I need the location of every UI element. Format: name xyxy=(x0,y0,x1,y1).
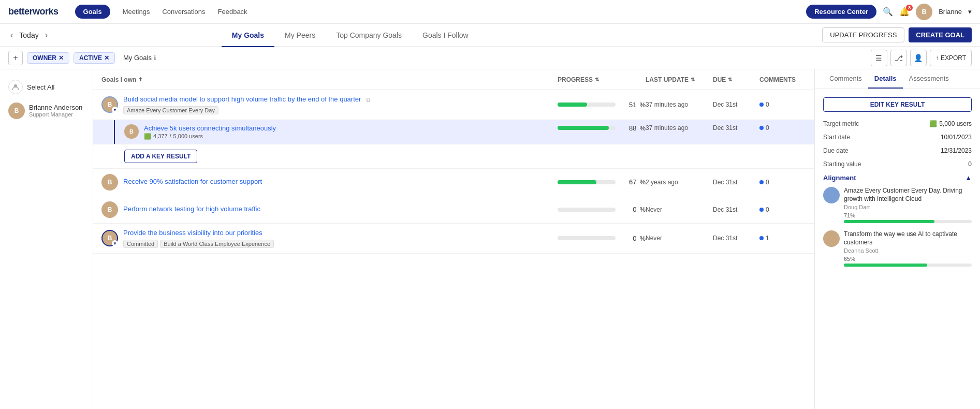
goal-row-4[interactable]: B ▼ Provide the business visibility into… xyxy=(93,224,814,253)
kr-progress-pct-1: 88 xyxy=(619,124,636,132)
goal-title-3[interactable]: Perform network testing for high volume … xyxy=(123,205,260,213)
prev-arrow[interactable]: ‹ xyxy=(8,28,15,42)
alignment-title-1: Amaze Every Customer Every Day. Driving … xyxy=(844,187,972,203)
meetings-nav-link[interactable]: Meetings xyxy=(123,8,150,16)
col-comments-header: COMMENTS xyxy=(759,76,806,83)
goal-tag-4-0: Committed xyxy=(123,240,158,248)
panel-tab-comments[interactable]: Comments xyxy=(823,69,868,89)
add-filter-button[interactable]: + xyxy=(8,51,23,65)
user-name-display[interactable]: Brianne xyxy=(939,8,962,16)
sidebar-user-row[interactable]: B Brianne Anderson Support Manager xyxy=(0,98,93,123)
comment-dot-1 xyxy=(759,103,764,107)
target-metric-field: Target metric 🟩 5,000 users xyxy=(823,120,972,127)
alignment-info-2: Transform the way we use AI to captivate… xyxy=(844,230,972,267)
tab-goals-i-follow[interactable]: Goals I Follow xyxy=(412,24,479,47)
tab-top-company-goals[interactable]: Top Company Goals xyxy=(326,24,412,47)
progress-bar-fill-2 xyxy=(558,180,596,184)
search-icon[interactable]: 🔍 xyxy=(883,7,893,17)
goal-row-3[interactable]: B Perform network testing for high volum… xyxy=(93,196,814,223)
goal-tag-1-0: Amaze Every Customer Every Day xyxy=(123,106,218,114)
tab-my-goals[interactable]: My Goals xyxy=(222,24,274,47)
col-due-header[interactable]: DUE ⇅ xyxy=(713,76,759,83)
goal-tags-4: Committed Build a World Class Employee E… xyxy=(123,240,558,248)
progress-bar-container-2 xyxy=(558,180,616,184)
owner-filter-remove[interactable]: ✕ xyxy=(58,54,64,62)
col-goal-header[interactable]: Goals I own ⬆ xyxy=(101,76,558,83)
copy-icon-1[interactable]: ⧉ xyxy=(366,96,371,104)
kr-avatar-1: B xyxy=(124,124,139,139)
alignment-section: Alignment ▲ Amaze Every Customer Every D… xyxy=(823,174,972,267)
goal-progress-2: 67% xyxy=(558,178,646,186)
comment-dot-2 xyxy=(759,180,764,184)
resource-center-button[interactable]: Resource Center xyxy=(806,5,876,19)
target-metric-value: 🟩 5,000 users xyxy=(929,120,972,127)
col-lastupdate-header[interactable]: LAST UPDATE ⇅ xyxy=(646,76,713,83)
today-label[interactable]: Today xyxy=(19,31,38,39)
export-icon: ↑ xyxy=(935,54,939,62)
alignment-owner-1: Doug Dart xyxy=(844,204,972,210)
kr-title-area-1: Achieve 5k users connecting simultaneous… xyxy=(144,124,558,140)
goal-row-2[interactable]: B Receive 90% satisfaction for customer … xyxy=(93,169,814,196)
active-filter-chip[interactable]: ACTIVE ✕ xyxy=(74,52,115,64)
notifications-button[interactable]: 🔔 8 xyxy=(899,7,910,17)
avatar[interactable]: B xyxy=(916,4,932,20)
sidebar-user-info: Brianne Anderson Support Manager xyxy=(29,104,84,119)
active-filter-remove[interactable]: ✕ xyxy=(104,54,109,62)
add-kr-row: ADD A KEY RESULT xyxy=(93,144,814,168)
next-arrow[interactable]: › xyxy=(43,28,50,42)
sub-nav-actions: UPDATE PROGRESS CREATE GOAL xyxy=(822,27,972,42)
col-progress-header[interactable]: PROGRESS ⇅ xyxy=(558,76,646,83)
goal-title-1[interactable]: Build social media model to support high… xyxy=(123,95,361,103)
add-key-result-button[interactable]: ADD A KEY RESULT xyxy=(124,150,197,163)
info-icon[interactable]: ℹ xyxy=(154,54,156,62)
progress-pct-1: 51 xyxy=(619,101,636,109)
goal-title-2[interactable]: Receive 90% satisfaction for customer su… xyxy=(123,178,262,185)
alignment-item-1[interactable]: Amaze Every Customer Every Day. Driving … xyxy=(823,187,972,223)
select-all-row[interactable]: Select All xyxy=(0,76,93,98)
kr-title-1[interactable]: Achieve 5k users connecting simultaneous… xyxy=(144,124,276,132)
goals-table-header: Goals I own ⬆ PROGRESS ⇅ LAST UPDATE ⇅ D… xyxy=(93,69,814,90)
goal-item-3: B Perform network testing for high volum… xyxy=(93,196,814,224)
panel-tabs: Comments Details Assessments xyxy=(815,69,980,89)
export-button[interactable]: ↑ EXPORT xyxy=(930,50,972,66)
tab-my-peers[interactable]: My Peers xyxy=(274,24,326,47)
goal-title-area-3: Perform network testing for high volume … xyxy=(123,205,558,214)
kr-lastupdate-1: 37 minutes ago xyxy=(646,124,713,132)
goals-nav-button[interactable]: Goals xyxy=(75,5,110,19)
goal-sort-icon: ⬆ xyxy=(138,77,142,82)
goal-progress-4: 0% xyxy=(558,235,646,242)
alignment-title-2: Transform the way we use AI to captivate… xyxy=(844,230,972,246)
feedback-nav-link[interactable]: Feedback xyxy=(218,8,247,16)
goal-title-4[interactable]: Provide the business visibility into our… xyxy=(123,229,262,237)
people-icon xyxy=(12,83,19,91)
goal-title-area-2: Receive 90% satisfaction for customer su… xyxy=(123,178,558,186)
goal-row-1[interactable]: B ▼ Build social media model to support … xyxy=(93,90,814,120)
goal-item-4: B ▼ Provide the business visibility into… xyxy=(93,224,814,254)
sidebar: Select All B Brianne Anderson Support Ma… xyxy=(0,69,93,409)
sidebar-user-name: Brianne Anderson xyxy=(29,104,84,112)
person-view-button[interactable]: 👤 xyxy=(910,50,927,66)
alignment-item-2[interactable]: Transform the way we use AI to captivate… xyxy=(823,230,972,267)
owner-filter-chip[interactable]: OWNER ✕ xyxy=(27,52,69,64)
panel-tab-assessments[interactable]: Assessments xyxy=(903,69,955,89)
kr-due-1: Dec 31st xyxy=(713,124,759,132)
tabs-container: My Goals My Peers Top Company Goals Goal… xyxy=(222,24,479,47)
alignment-collapse-icon[interactable]: ▲ xyxy=(965,174,972,182)
panel-tab-details[interactable]: Details xyxy=(868,69,903,89)
logo: betterworks xyxy=(8,6,58,17)
list-view-button[interactable]: ☰ xyxy=(871,50,887,66)
kr-row-1[interactable]: B Achieve 5k users connecting simultaneo… xyxy=(93,120,814,144)
edit-key-result-button[interactable]: EDIT KEY RESULT xyxy=(823,97,972,112)
progress-sort-icon: ⇅ xyxy=(595,77,599,82)
top-nav: betterworks Goals Meetings Conversations… xyxy=(0,0,980,24)
goal-due-4: Dec 31st xyxy=(713,235,759,242)
goal-item-2: B Receive 90% satisfaction for customer … xyxy=(93,169,814,196)
select-all-label: Select All xyxy=(27,83,54,91)
hierarchy-view-button[interactable]: ⎇ xyxy=(890,50,907,66)
right-panel: Comments Details Assessments EDIT KEY RE… xyxy=(814,69,980,409)
kr-spreadsheet-icon: 🟩 xyxy=(144,133,151,140)
create-goal-button[interactable]: CREATE GOAL xyxy=(909,27,972,42)
sub-nav: ‹ Today › My Goals My Peers Top Company … xyxy=(0,24,980,47)
conversations-nav-link[interactable]: Conversations xyxy=(162,8,205,16)
update-progress-button[interactable]: UPDATE PROGRESS xyxy=(822,27,904,42)
